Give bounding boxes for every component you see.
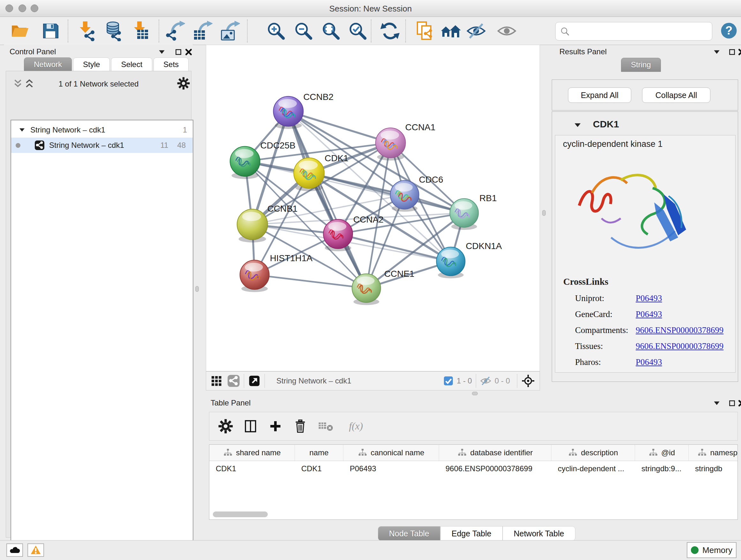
tab-string[interactable]: String (621, 58, 661, 72)
warnings-button[interactable] (27, 543, 44, 557)
zoom-in-icon[interactable] (266, 21, 286, 41)
control-panel-tabs: NetworkStyleSelectSets (24, 57, 189, 71)
selected-checkbox-icon[interactable] (443, 376, 454, 386)
panel-menu-icon[interactable] (158, 48, 166, 56)
table-cell: CDK1 (209, 464, 295, 473)
crosslink-link[interactable]: P06493 (636, 357, 662, 367)
copy-style-icon[interactable] (414, 21, 434, 41)
crosslink-link[interactable]: 9606.ENSP00000378699 (636, 325, 724, 335)
expand-all-button[interactable]: Expand All (568, 87, 631, 103)
export-table-icon[interactable] (192, 21, 212, 41)
import-network-database-icon[interactable] (103, 21, 123, 41)
table-column-header[interactable]: @id (635, 445, 689, 461)
tab-sets[interactable]: Sets (153, 57, 189, 71)
network-node-count: 11 (160, 141, 168, 150)
close-panel-icon[interactable] (185, 48, 193, 56)
detach-view-icon[interactable] (248, 374, 261, 387)
panel-menu-icon[interactable] (713, 399, 721, 408)
bottom-splitter-handle[interactable] (472, 392, 478, 395)
hide-selected-icon[interactable] (466, 21, 486, 41)
node-table[interactable]: shared namenamecanonical namedatabase id… (209, 444, 738, 520)
table-options-gear-icon[interactable] (218, 419, 233, 434)
search-box[interactable] (555, 22, 712, 41)
import-table-file-icon[interactable] (130, 21, 151, 41)
network-row-selected[interactable]: String Network – cdk1 11 48 (11, 138, 193, 153)
crosslink-label: Compartments: (575, 325, 636, 335)
memory-button[interactable]: Memory (687, 542, 737, 558)
table-column-header[interactable]: database identifier (439, 445, 551, 461)
collapse-all-networks-icon[interactable] (12, 78, 23, 89)
refresh-icon[interactable] (380, 21, 400, 41)
network-node-CDKN1A[interactable]: CDKN1A (436, 241, 502, 278)
float-panel-icon[interactable] (174, 48, 183, 56)
table-column-header[interactable]: description (551, 445, 635, 461)
panel-menu-icon[interactable] (713, 48, 721, 56)
tab-style[interactable]: Style (73, 57, 110, 71)
collapse-all-button[interactable]: Collapse All (642, 87, 711, 103)
float-panel-icon[interactable] (728, 399, 736, 408)
save-session-icon[interactable] (40, 21, 61, 41)
crosslink-link[interactable]: 9606.ENSP00000378699 (636, 341, 724, 351)
node-label: CDC6 (419, 175, 443, 185)
search-input[interactable] (570, 26, 699, 36)
show-all-icon[interactable] (496, 21, 517, 41)
export-image-icon[interactable] (219, 21, 240, 41)
right-splitter-handle[interactable] (542, 210, 546, 216)
network-node-HIST1H1A[interactable]: HIST1H1A (240, 253, 313, 292)
open-session-icon[interactable] (10, 21, 30, 41)
table-column-header[interactable]: shared name (209, 445, 295, 461)
hidden-eye-icon[interactable] (480, 375, 491, 387)
main-toolbar: ? (0, 17, 741, 45)
tab-select[interactable]: Select (111, 57, 152, 71)
show-columns-icon[interactable] (243, 419, 258, 434)
node-label: CCNB1 (267, 204, 298, 213)
table-column-header[interactable]: namespace (689, 445, 738, 461)
table-column-header[interactable]: canonical name (343, 445, 439, 461)
close-panel-icon[interactable] (738, 48, 741, 56)
add-column-icon[interactable] (268, 419, 283, 434)
network-collection-row[interactable]: String Network – cdk1 1 (11, 122, 193, 138)
window-title: Session: New Session (0, 4, 741, 14)
protein-structure-image (573, 158, 694, 260)
expand-all-networks-icon[interactable] (24, 78, 35, 89)
table-body: CDK1CDK1P064939606.ENSP00000378699cyclin… (209, 461, 738, 476)
network-edge-count: 48 (177, 141, 186, 150)
tab-node-table[interactable]: Node Table (378, 526, 441, 541)
table-column-header[interactable]: name (295, 445, 343, 461)
network-options-gear-icon[interactable] (177, 77, 190, 90)
network-view-type-icon[interactable] (227, 374, 240, 387)
tab-network-table[interactable]: Network Table (502, 526, 576, 541)
zoom-selected-icon[interactable] (347, 21, 367, 41)
table-row[interactable]: CDK1CDK1P064939606.ENSP00000378699cyclin… (209, 461, 738, 476)
horizontal-scrollbar[interactable] (213, 511, 268, 517)
node-label: CDC25B (260, 140, 295, 150)
birds-eye-view-icon[interactable] (521, 374, 535, 388)
node-label: CCNA2 (353, 214, 384, 225)
float-panel-icon[interactable] (728, 48, 736, 56)
left-splitter-handle[interactable] (195, 286, 199, 292)
crosslink-link[interactable]: P06493 (636, 294, 662, 303)
node-label: RB1 (479, 193, 496, 203)
network-node-CCNA1[interactable]: CCNA1 (376, 122, 435, 160)
help-icon[interactable]: ? (720, 22, 738, 40)
import-network-file-icon[interactable] (76, 21, 96, 41)
zoom-out-icon[interactable] (293, 21, 313, 41)
collection-expander-icon[interactable] (18, 126, 26, 134)
zoom-fit-icon[interactable] (320, 21, 341, 41)
tab-network[interactable]: Network (24, 57, 72, 71)
network-canvas[interactable]: CCNB2 CCNA1 CDC25B CDK1 CDC6 R (206, 45, 540, 371)
network-label: String Network – cdk1 (49, 141, 124, 150)
protein-expander-icon[interactable] (573, 121, 582, 130)
delete-column-icon[interactable] (293, 419, 308, 434)
close-panel-icon[interactable] (738, 399, 741, 408)
crosslink-link[interactable]: P06493 (636, 309, 662, 319)
table-panel-title: Table Panel (211, 398, 251, 408)
network-node-RB1[interactable]: RB1 (450, 193, 497, 230)
export-network-icon[interactable] (165, 21, 185, 41)
tab-edge-table[interactable]: Edge Table (441, 526, 502, 541)
crosslink-row: Compartments:9606.ENSP00000378699 (575, 325, 728, 335)
table-header-row: shared namenamecanonical namedatabase id… (209, 445, 738, 461)
show-grid-icon[interactable] (210, 374, 223, 387)
cloud-button[interactable] (6, 543, 23, 557)
first-neighbors-icon[interactable] (441, 21, 461, 41)
